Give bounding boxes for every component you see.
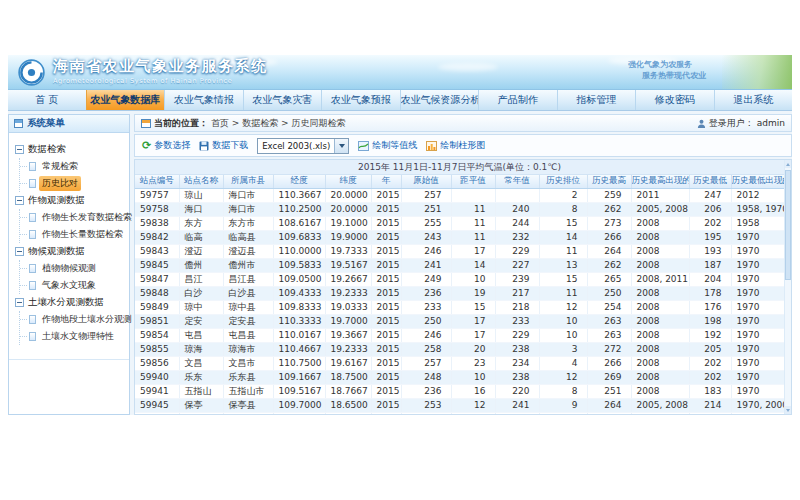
nav-item-8[interactable]: 指标管理 xyxy=(557,90,636,110)
cell: 243 xyxy=(401,230,451,244)
collapse-icon[interactable] xyxy=(15,298,24,307)
cell: 205 xyxy=(689,412,731,415)
nav-item-5[interactable]: 农业气象预报 xyxy=(321,90,400,110)
cell: 2015 xyxy=(371,398,401,412)
cell: 202 xyxy=(689,356,731,370)
cell: 109.7000 xyxy=(273,398,325,412)
cell: 220 xyxy=(495,384,539,398)
tree-section-4[interactable]: 土壤水分观测数据 xyxy=(15,294,126,311)
cell: 1970 xyxy=(731,370,787,384)
cell: 176 xyxy=(689,300,731,314)
tree-item[interactable]: 土壤水文物理特性 xyxy=(20,328,126,345)
user-icon xyxy=(697,119,706,128)
tree-item-label: 历史比对 xyxy=(39,176,81,191)
cell: 儋州 xyxy=(179,258,223,272)
cell: 五指山市 xyxy=(223,384,273,398)
column-header: 历史最高 xyxy=(587,175,631,188)
cell: 屯昌县 xyxy=(223,328,273,342)
cell: 262 xyxy=(587,258,631,272)
table-row: 59941五指山五指山市109.516718.76672015236162208… xyxy=(135,384,787,398)
draw-contour-button[interactable]: 绘制等值线 xyxy=(358,139,417,152)
cell: 1970 xyxy=(731,286,787,300)
table-row: 59758海口海口市110.250020.0000201525111240826… xyxy=(135,202,787,216)
nav-item-6[interactable]: 农业气候资源分析 xyxy=(400,90,479,110)
document-icon xyxy=(29,315,36,324)
draw-bar-chart-button[interactable]: 绘制柱形图 xyxy=(426,139,485,152)
chevron-down-icon[interactable] xyxy=(334,139,348,153)
export-format-select[interactable]: Excel 2003(.xls) xyxy=(257,138,349,154)
cell: 白沙县 xyxy=(223,286,273,300)
nav-item-4[interactable]: 农业气象灾害 xyxy=(243,90,322,110)
meteorology-logo-icon xyxy=(18,59,45,86)
tree-section-2[interactable]: 作物观测数据 xyxy=(15,192,126,209)
cell: 2008 xyxy=(631,328,689,342)
cell xyxy=(451,188,495,202)
cell: 昌江 xyxy=(179,272,223,286)
cell: 2015 xyxy=(371,244,401,258)
cell: 17 xyxy=(451,328,495,342)
cell: 236 xyxy=(401,286,451,300)
table-row: 59845儋州儋州市109.583319.5167201524114227132… xyxy=(135,258,787,272)
table-row: 59854屯昌屯昌县110.016719.3667201524617229102… xyxy=(135,328,787,342)
cell: 1970, 2000 xyxy=(731,398,787,412)
cell: 227 xyxy=(495,258,539,272)
cell: 19.1000 xyxy=(325,216,371,230)
cell: 250 xyxy=(401,314,451,328)
tree-item[interactable]: 植物物候观测 xyxy=(20,260,126,277)
bar-chart-icon xyxy=(426,141,437,151)
cell: 264 xyxy=(587,398,631,412)
tree-item-label: 植物物候观测 xyxy=(39,261,99,276)
tree-item[interactable]: 作物生长量数据检索 xyxy=(20,226,126,243)
cell: 15 xyxy=(539,216,587,230)
nav-item-1[interactable]: 首 页 xyxy=(8,90,86,110)
scroll-down-icon[interactable] xyxy=(785,406,791,414)
nav-item-3[interactable]: 农业气象情报 xyxy=(164,90,243,110)
nav-item-2[interactable]: 农业气象数据库 xyxy=(86,90,165,110)
tree-item[interactable]: 气象水文现象 xyxy=(20,277,126,294)
cell: 59945 xyxy=(135,398,179,412)
sidebar-divider xyxy=(9,359,129,360)
scroll-up-icon[interactable] xyxy=(785,160,791,168)
tree-item[interactable]: 作物生长发育数据检索 xyxy=(20,209,126,226)
table-row: 59843澄迈澄迈县110.000019.7333201524617229112… xyxy=(135,244,787,258)
breadcrumb: 当前的位置： 首页 > 数据检索 > 历史同期检索 登录用户：admin xyxy=(134,114,792,132)
cell: 259 xyxy=(587,188,631,202)
collapse-icon[interactable] xyxy=(15,145,24,154)
slogan-line-1: 强化气象为农服务 xyxy=(628,59,692,70)
cell: 251 xyxy=(401,202,451,216)
cell: 17 xyxy=(451,314,495,328)
cell: 15 xyxy=(539,272,587,286)
column-header: 所属市县 xyxy=(223,175,273,188)
cell: 1970 xyxy=(731,230,787,244)
tree-item[interactable]: 历史比对 xyxy=(20,175,126,192)
cell: 临高 xyxy=(179,230,223,244)
tree-section-3[interactable]: 物候观测数据 xyxy=(15,243,126,260)
column-header: 常年值 xyxy=(495,175,539,188)
download-button[interactable]: 数据下载 xyxy=(199,139,248,152)
vertical-scrollbar[interactable] xyxy=(784,160,791,414)
cell: 19.7000 xyxy=(325,314,371,328)
cell: 2015 xyxy=(371,286,401,300)
cell: 247 xyxy=(689,188,731,202)
cell: 1970 xyxy=(731,356,787,370)
cell: 海口市 xyxy=(223,202,273,216)
collapse-icon[interactable] xyxy=(15,247,24,256)
nav-item-10[interactable]: 退出系统 xyxy=(714,90,793,110)
cell: 265 xyxy=(587,272,631,286)
param-select-button[interactable]: ⟳ 参数选择 xyxy=(142,139,190,152)
nav-item-7[interactable]: 产品制作 xyxy=(478,90,557,110)
cell: 2015 xyxy=(371,328,401,342)
tree-section-1[interactable]: 数据检索 xyxy=(15,141,126,158)
main-area: 系统菜单 数据检索常规检索历史比对作物观测数据作物生长发育数据检索作物生长量数据… xyxy=(8,111,792,415)
cell: 1970 xyxy=(731,272,787,286)
collapse-icon[interactable] xyxy=(15,196,24,205)
scrollbar-thumb[interactable] xyxy=(785,170,791,280)
cell: 253 xyxy=(495,412,539,415)
tree-item[interactable]: 作物地段土壤水分观测 xyxy=(20,311,126,328)
export-format-value: Excel 2003(.xls) xyxy=(262,141,330,151)
cell: 17 xyxy=(451,244,495,258)
tree-item[interactable]: 常规检索 xyxy=(20,158,126,175)
cell: 246 xyxy=(401,244,451,258)
breadcrumb-path[interactable]: 首页 > 数据检索 > 历史同期检索 xyxy=(211,117,346,130)
nav-item-9[interactable]: 修改密码 xyxy=(635,90,714,110)
